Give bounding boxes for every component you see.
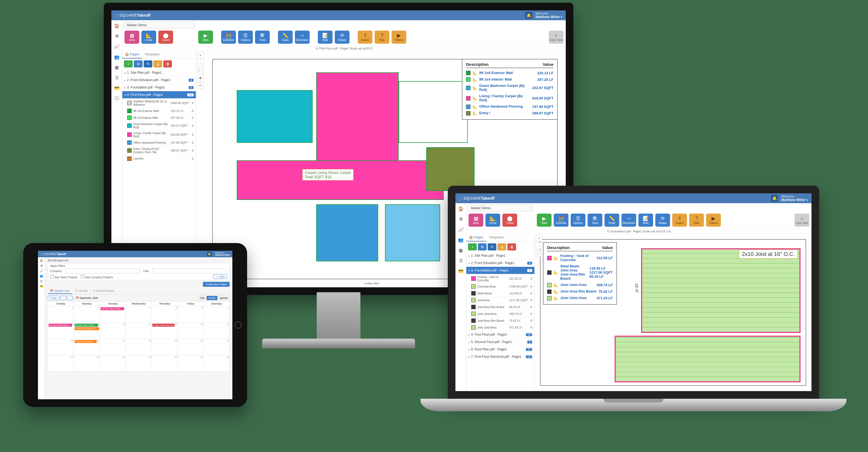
measurement-row[interactable]: Laundry⚙ [122, 155, 196, 162]
videos-button[interactable]: ▶Videos [706, 214, 721, 227]
count-button[interactable]: ⬤Count [502, 214, 517, 227]
tab-templates[interactable]: Templates [486, 234, 506, 241]
gear-icon[interactable]: ⚙ [530, 326, 533, 329]
measurement-row[interactable]: Concrete Area2780.48 SQFT⚙ [466, 283, 534, 290]
edit-button[interactable]: ✎ [488, 243, 496, 250]
page-row[interactable]: ▸5. Second Floor.pdf - Page12 [466, 338, 534, 346]
page-row[interactable]: ▸6. Roof Plan.pdf - Page122 [466, 346, 534, 353]
home-icon[interactable]: 🏠 [40, 259, 43, 262]
apply-button[interactable]: ✓ Apply [213, 274, 227, 279]
add-page-button[interactable]: ＋ [124, 60, 133, 67]
tab-paused[interactable]: ⏸ Paused Projects [91, 289, 116, 294]
pan-icon[interactable]: ✥ [197, 75, 204, 81]
dimension-button[interactable]: ↔Dimension [295, 31, 310, 44]
gear-icon[interactable]: ⚙ [191, 141, 194, 144]
calendar-event[interactable]: Bid Due Date:Residential Project [100, 307, 124, 310]
tab-list[interactable]: ☰ List View [73, 289, 90, 294]
area-button[interactable]: ▦Area [469, 214, 483, 227]
gear-icon[interactable]: ⚙ [530, 285, 533, 288]
user-menu[interactable]: Welcome,Matthew Miller [215, 252, 230, 256]
page-row[interactable]: ▸4. First Floor.pdf - Page114 [466, 331, 534, 338]
see-team-checkbox[interactable]: See Team Projects [50, 275, 78, 279]
measurement-row[interactable]: Entry / Dining 8"x16" Ceramic Floor Tile… [122, 146, 196, 155]
tools-button[interactable]: 🛠Tools [588, 214, 602, 227]
user-input[interactable] [152, 268, 227, 273]
options-button[interactable]: ☰Options [238, 31, 253, 44]
clone-button[interactable]: ⧉ [134, 60, 143, 67]
undo-icon[interactable]: ↶ [197, 83, 204, 89]
tablet-home-button[interactable] [235, 322, 242, 329]
zoom-in-icon[interactable]: ＋ [197, 52, 204, 58]
videos-button[interactable]: ▶Videos [392, 31, 406, 44]
measurement-row[interactable]: Joist Area1217.00 SQFT⚙ [466, 297, 534, 304]
page-row[interactable]: ▸2. Front Elevation.pdf - Page14 [466, 260, 534, 267]
next-month-button[interactable]: › [67, 296, 73, 300]
home-icon[interactable]: 🏠 [458, 205, 464, 212]
count-button[interactable]: ⬤Count [158, 31, 173, 44]
measurement-row[interactable]: Footing - Yard of Concrete312.56 LF⚙ [466, 274, 534, 283]
list-icon[interactable]: ☰ [40, 280, 42, 283]
calendar-event[interactable]: Bid Due Date:Paving Project [49, 324, 72, 327]
user-menu[interactable]: Welcome,Matthew Miller ▾ [535, 12, 562, 19]
help-button[interactable]: ?Help [375, 31, 390, 44]
today-button[interactable]: Today [48, 296, 59, 300]
measurement-row[interactable]: Joist Joist Area471.43 LF⚙ [466, 324, 534, 331]
calendar-grid[interactable]: SundayMondayTuesdayWednesdayThursdayFrid… [48, 301, 229, 372]
linear-button[interactable]: 📐Linear [142, 31, 156, 44]
user-menu[interactable]: Welcome,Matthew Miller ▾ [781, 195, 808, 202]
measurement-row[interactable]: Joist Joist Area439.74 LF⚙ [466, 310, 534, 318]
export-button[interactable]: ⇪Export [358, 31, 372, 44]
drawing-canvas[interactable]: ＋ － ⛶ 2x10 Joist at 16" O.C. 16'-0" [535, 234, 811, 391]
gear-icon[interactable]: ⚙ [191, 124, 194, 127]
print-button[interactable]: 🖨 [153, 60, 162, 67]
estimate-button[interactable]: 🧮Estimate [554, 214, 568, 227]
see-company-checkbox[interactable]: See Company Projects [81, 275, 113, 279]
view-segment[interactable]: Year Month Agenda [198, 296, 229, 300]
gear-icon[interactable]: ⚙ [191, 133, 194, 136]
bell-icon[interactable]: 🔔 [525, 12, 532, 19]
calendar-event[interactable]: Project Start Date:Framing [74, 340, 97, 343]
measurement-row[interactable]: Guest Bedroom Carpet (By Roll)232.67 SQF… [122, 121, 196, 130]
measurement-row[interactable]: Steel Beam119.40 LF⚙ [466, 290, 534, 297]
page-row[interactable]: ▸7. First Floor Electrical.pdf - Page113 [466, 353, 534, 361]
add-page-button[interactable]: ＋ [468, 243, 477, 250]
info-icon[interactable]: ⓘ [114, 95, 120, 101]
gear-icon[interactable]: ⚙ [530, 312, 533, 315]
users-icon[interactable]: 👥 [40, 274, 43, 277]
export-button[interactable]: ⇪Export [672, 214, 687, 227]
help-button[interactable]: ?Help [689, 214, 704, 227]
print-button[interactable]: 🖨 [497, 243, 506, 250]
create-project-button[interactable]: Create New Project [203, 282, 229, 287]
fit-icon[interactable]: ⛶ [197, 67, 204, 74]
measurement-row[interactable]: Subfloor Material W/ 28 oz Adhesive2484.… [122, 99, 196, 108]
tab-pages[interactable]: 🏠 Pages [122, 51, 142, 58]
clone-button[interactable]: ⧉ [478, 243, 487, 250]
note-button[interactable]: 📝Note [639, 214, 653, 227]
page-row[interactable]: ▸1. Site Plan.pdf - Page1 [122, 69, 196, 77]
card-icon[interactable]: 💳 [458, 268, 464, 274]
monitor-icon[interactable]: 🖥 [40, 264, 43, 267]
start-button[interactable]: ▶Start [537, 214, 552, 227]
measurement-row[interactable]: 9ft 2x6 Exterior Wall225.13 LF⚙ [122, 108, 196, 115]
fit-icon[interactable]: ⛶ [536, 250, 542, 257]
monitor-icon[interactable]: 🖥 [458, 216, 464, 222]
delete-button[interactable]: 🗑 [163, 60, 172, 67]
copy-view-button[interactable]: ＋Copy View [549, 31, 563, 44]
gear-icon[interactable]: ⚙ [191, 109, 194, 113]
tab-templates[interactable]: Templates [142, 51, 162, 58]
grid-icon[interactable]: ▦ [458, 247, 464, 253]
monitor-icon[interactable]: 🖥 [114, 33, 120, 39]
page-row[interactable]: ▸2. Front Elevation.pdf - Page14 [122, 77, 196, 84]
rotate-button[interactable]: ⟳Rotate [335, 31, 349, 44]
calendar-event[interactable]: Project Start Date:Res [152, 324, 175, 327]
measurement-row[interactable]: Joist Area Rim Board80.19 LF⚙ [466, 304, 534, 310]
tools-button[interactable]: 🛠Tools [255, 31, 270, 44]
gear-icon[interactable]: ⚙ [191, 157, 194, 160]
tab-pages[interactable]: 🏠 Pages [466, 234, 486, 241]
calendar-event[interactable]: Project Start Date:Framing [74, 327, 99, 330]
gear-icon[interactable]: ⚙ [530, 292, 533, 295]
scale-button[interactable]: 📏Scale [604, 214, 619, 227]
measurement-row[interactable]: Office Hardwood Flooring147.94 SQFT⚙ [122, 139, 196, 146]
options-button[interactable]: ☰Options [571, 214, 585, 227]
gear-icon[interactable]: ⚙ [530, 299, 533, 302]
